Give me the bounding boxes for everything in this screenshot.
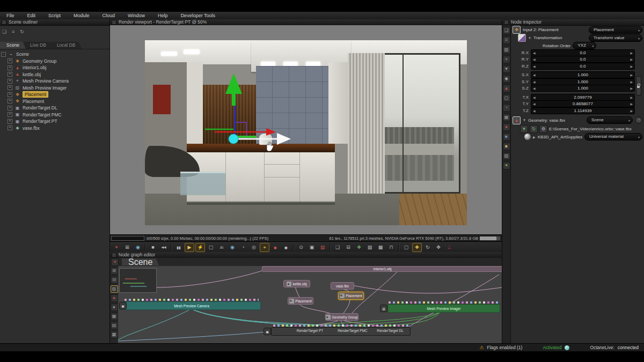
time-node-icon[interactable]: ◔ <box>503 104 510 112</box>
display-node-icon[interactable]: ▢ <box>503 94 510 102</box>
slider-sz[interactable]: ◀1.000▶ <box>531 85 635 92</box>
pin-image-icon[interactable]: ✚ <box>354 243 364 252</box>
graph-node-placement[interactable]: ✥ Placement <box>288 297 313 305</box>
menu-module[interactable]: Module <box>67 12 96 19</box>
camera-preview-chip[interactable]: ▣ <box>119 302 127 309</box>
render-viewport[interactable] <box>110 25 502 234</box>
environment-node-icon[interactable]: ✶ <box>503 162 510 169</box>
octane-mode-icon[interactable]: ✶ <box>112 243 121 252</box>
sphere-preview-icon[interactable]: ● <box>111 304 118 311</box>
import-node-icon[interactable]: ▼ <box>503 65 510 73</box>
expand-toggle[interactable] <box>8 58 12 63</box>
menu-edit[interactable]: Edit <box>21 12 42 19</box>
texture-node-icon[interactable]: ▦ <box>503 114 510 121</box>
expand-toggle[interactable] <box>8 106 12 110</box>
graph-node-vase[interactable]: vase.fbx <box>331 282 354 290</box>
graph-node-geometry-group[interactable]: ◈ Geometry Group <box>325 313 358 321</box>
imager-node-icon[interactable]: ▨ <box>503 152 510 160</box>
tab-scene[interactable]: Scene <box>0 42 26 49</box>
clay-mode-icon[interactable]: ◔ <box>238 243 248 252</box>
camera-node-icon[interactable]: ⌖ <box>503 56 510 63</box>
graph-node-rt-pt[interactable]: RenderTarget PT <box>290 329 330 333</box>
stop-render-icon[interactable]: ■ <box>148 243 158 252</box>
warning-icon[interactable]: ⚠ <box>479 345 484 350</box>
imager-preview-chip[interactable]: ▨ <box>380 305 387 312</box>
tree-item-selected[interactable]: ✥Placement <box>0 91 109 98</box>
save-image-icon[interactable]: ▨ <box>365 243 375 252</box>
panel-menu-button[interactable] <box>504 20 509 25</box>
tree-item[interactable]: ▲kettle.obj <box>0 71 109 78</box>
menu-file[interactable]: File <box>0 12 21 19</box>
bounds-icon[interactable]: ▢ <box>401 243 411 252</box>
graph-node-rt-dl[interactable]: RenderTarget DL <box>370 329 410 333</box>
mesh-node-icon[interactable]: ▲ <box>503 85 510 92</box>
whitepoint-picker-icon[interactable]: ◼ <box>281 243 291 252</box>
menu-cloud[interactable]: Cloud <box>96 12 122 19</box>
tree-item[interactable]: ◆vase.fbx <box>0 125 109 132</box>
graph-export-icon[interactable]: ⊞ <box>122 243 132 252</box>
geometry-node-icon[interactable]: ◆ <box>503 75 510 83</box>
material-picker-icon[interactable]: ◼ <box>270 243 280 252</box>
expand-toggle[interactable] <box>8 119 12 124</box>
collapse-caret[interactable]: ▼ <box>523 119 526 122</box>
slider-ty[interactable]: ◀0.8658077▶ <box>531 100 635 107</box>
tree-item[interactable]: ▨Mesh Preview Imager <box>0 85 109 92</box>
zoom-tool-icon[interactable]: ⊙ <box>296 243 306 252</box>
slider-rx[interactable]: ◀0.0▶ <box>531 49 635 56</box>
ai-denoise-icon[interactable]: AI <box>217 243 226 252</box>
node-copy-icon[interactable]: ❏ <box>503 27 510 34</box>
rt-preview-chip[interactable]: ▣ <box>264 328 271 335</box>
expand-toggle[interactable] <box>8 112 12 117</box>
graph-tab-scene[interactable]: Scene <box>122 258 159 265</box>
restart-render-icon[interactable]: ◀◀ <box>159 243 169 252</box>
display-mode-icon[interactable]: ▢ <box>206 243 216 252</box>
render-region-icon[interactable]: ◎ <box>249 243 259 252</box>
panel-menu-button[interactable] <box>112 253 116 257</box>
collapse-toggle[interactable] <box>1 52 6 57</box>
move-gizmo-icon[interactable]: ✚ <box>412 243 422 252</box>
slider-sx[interactable]: ◀1.000▶ <box>531 71 635 78</box>
refresh-icon[interactable]: ↻ <box>20 29 24 34</box>
collapse-caret[interactable]: ▼ <box>528 36 531 40</box>
stats-icon[interactable]: ▤ <box>111 322 118 329</box>
scale-gizmo-icon[interactable]: ✥ <box>434 243 443 252</box>
texture-checker-icon[interactable]: ▦ <box>111 313 118 320</box>
history-button[interactable]: ◷ <box>635 116 642 124</box>
graph-node-camera[interactable]: Mesh Preview Camera <box>122 301 261 310</box>
panel-menu-button[interactable] <box>112 20 116 25</box>
play-render-icon[interactable]: ▶ <box>185 243 194 252</box>
geometry-type-dropdown[interactable]: Scene <box>587 116 633 124</box>
material-type-dropdown[interactable]: Universal material <box>584 133 642 141</box>
translate-gizmo[interactable] <box>145 40 467 225</box>
menu-window[interactable]: Window <box>121 12 151 19</box>
expand-toggle[interactable] <box>8 79 12 84</box>
clipboard-icon[interactable]: ⊟ <box>343 243 353 252</box>
expand-caret[interactable]: ▶ <box>533 135 536 139</box>
graph-node-rt-pmc[interactable]: RenderTarget PMC <box>332 329 374 333</box>
transformation-type-dropdown[interactable]: Transform value <box>589 34 642 42</box>
tree-item[interactable]: ⌖Mesh Preview Camera <box>0 78 109 85</box>
slider-ry[interactable]: ◀0.0▶ <box>531 56 635 63</box>
slider-rz[interactable]: ◀0.0▶ <box>531 63 635 70</box>
grid-icon[interactable]: ▩ <box>111 331 118 338</box>
graph-node-kettle[interactable]: ▲ kettle.obj <box>283 280 310 287</box>
realtime-render-icon[interactable]: ⚡ <box>195 243 205 252</box>
expand-toggle[interactable] <box>8 99 12 104</box>
tree-item[interactable]: ▣RenderTarget DL <box>0 105 109 112</box>
expand-toggle[interactable] <box>8 85 12 90</box>
render-image[interactable] <box>145 40 467 225</box>
axis-space-icon[interactable]: ⊥ <box>444 243 454 252</box>
material-node-icon[interactable]: ● <box>503 123 510 131</box>
refresh-geometry-icon[interactable]: ↻ <box>530 125 538 133</box>
node-graph-editor[interactable]: ⊞ ⊟ ▨ ● ● ▦ ▤ ▩ <box>110 266 502 343</box>
node-flatten-icon[interactable]: ≡ <box>503 36 510 44</box>
menu-help[interactable]: Help <box>151 12 174 19</box>
panel-menu-button[interactable] <box>2 20 6 25</box>
image-node-icon[interactable]: ▨ <box>503 46 510 54</box>
scale-lock-icon[interactable] <box>636 76 641 95</box>
tree-item[interactable]: ▣RenderTarget PT <box>0 118 109 125</box>
focus-picker-icon[interactable]: ⌖ <box>260 243 269 252</box>
tab-live-db[interactable]: Live DB <box>24 42 53 49</box>
graph-layout-icon[interactable]: ⊞ <box>111 267 118 275</box>
object-node-icon[interactable]: ■ <box>503 133 510 141</box>
